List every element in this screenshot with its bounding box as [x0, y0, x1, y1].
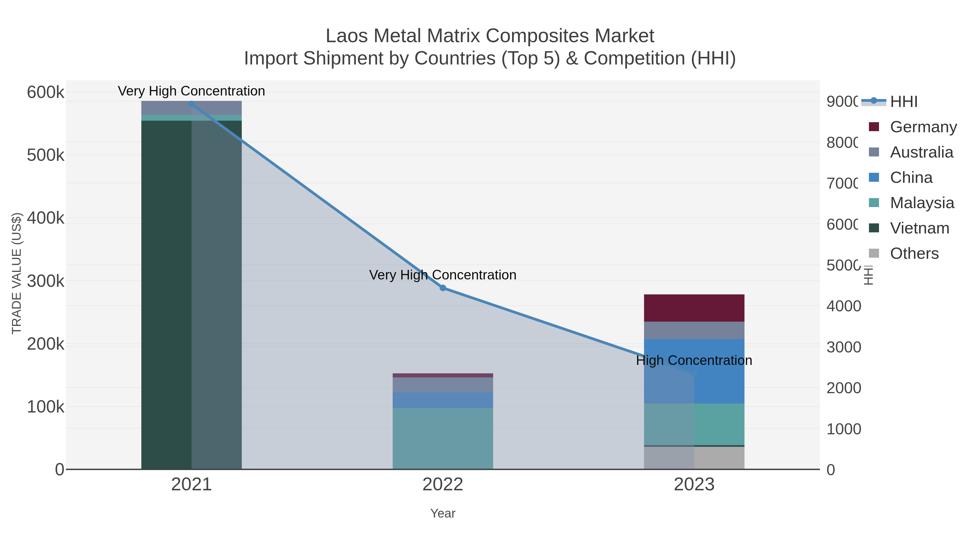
chart-title: Laos Metal Matrix Composites Market Impo… — [0, 24, 980, 69]
right-tick-9000: 9000 — [826, 92, 862, 110]
legend-item-vietnam[interactable]: Vietnam — [858, 215, 974, 241]
right-axis-title: HHI — [861, 264, 876, 286]
hhi-marker-2021[interactable] — [188, 101, 195, 107]
left-tick-200k: 200k — [0, 333, 65, 354]
legend-item-malaysia[interactable]: Malaysia — [858, 190, 974, 215]
hhi-marker-2023[interactable] — [691, 370, 697, 376]
legend-item-germany[interactable]: Germany — [858, 114, 974, 139]
annotation-2021: Very High Concentration — [118, 83, 266, 99]
legend: HHIGermanyAustraliaChinaMalaysiaVietnamO… — [858, 89, 974, 266]
right-tick-0: 0 — [826, 460, 835, 479]
legend-label-germany: Germany — [890, 117, 958, 136]
x-tick-2022: 2022 — [422, 473, 463, 494]
bar-segment-australia-2023[interactable] — [644, 322, 745, 339]
hhi-marker-2022[interactable] — [440, 284, 446, 291]
legend-label-others: Others — [890, 244, 939, 263]
legend-swatch-icon — [858, 173, 889, 182]
left-tick-500k: 500k — [0, 145, 65, 165]
legend-label-vietnam: Vietnam — [890, 219, 950, 237]
right-tick-8000: 8000 — [826, 133, 862, 151]
legend-item-hhi[interactable]: HHI — [858, 89, 974, 114]
annotation-2022: Very High Concentration — [369, 267, 517, 283]
right-tick-6000: 6000 — [826, 215, 862, 233]
legend-item-others[interactable]: Others — [858, 241, 974, 266]
legend-item-australia[interactable]: Australia — [858, 139, 974, 165]
legend-swatch-icon — [858, 223, 889, 232]
legend-swatch-icon — [858, 249, 889, 258]
chart-title-line2: Import Shipment by Countries (Top 5) & C… — [0, 47, 980, 69]
left-axis-title: TRADE VALUE (US$) — [9, 212, 24, 334]
left-tick-0: 0 — [0, 459, 65, 480]
right-tick-5000: 5000 — [826, 256, 862, 274]
left-tick-600k: 600k — [0, 82, 65, 102]
legend-item-china[interactable]: China — [858, 165, 974, 190]
legend-label-china: China — [890, 168, 933, 187]
left-tick-100k: 100k — [0, 397, 65, 417]
x-axis-title: Year — [430, 506, 456, 521]
figure: Laos Metal Matrix Composites Market Impo… — [0, 0, 980, 551]
bar-segment-germany-2023[interactable] — [644, 294, 745, 322]
legend-swatch-icon — [858, 148, 889, 156]
hhi-line-swatch-icon — [858, 97, 889, 106]
x-tick-2023: 2023 — [674, 473, 715, 494]
legend-label-australia: Australia — [890, 143, 954, 161]
right-tick-3000: 3000 — [826, 337, 862, 356]
legend-swatch-icon — [858, 198, 889, 207]
x-tick-2021: 2021 — [171, 473, 212, 494]
right-tick-4000: 4000 — [826, 297, 862, 315]
annotation-2023: High Concentration — [636, 353, 752, 368]
legend-label-hhi: HHI — [890, 92, 918, 111]
legend-swatch-icon — [858, 122, 889, 131]
chart-title-line1: Laos Metal Matrix Composites Market — [0, 24, 980, 47]
legend-label-malaysia: Malaysia — [890, 193, 955, 212]
right-tick-2000: 2000 — [826, 378, 862, 397]
right-tick-1000: 1000 — [826, 419, 862, 438]
right-tick-7000: 7000 — [826, 174, 862, 192]
